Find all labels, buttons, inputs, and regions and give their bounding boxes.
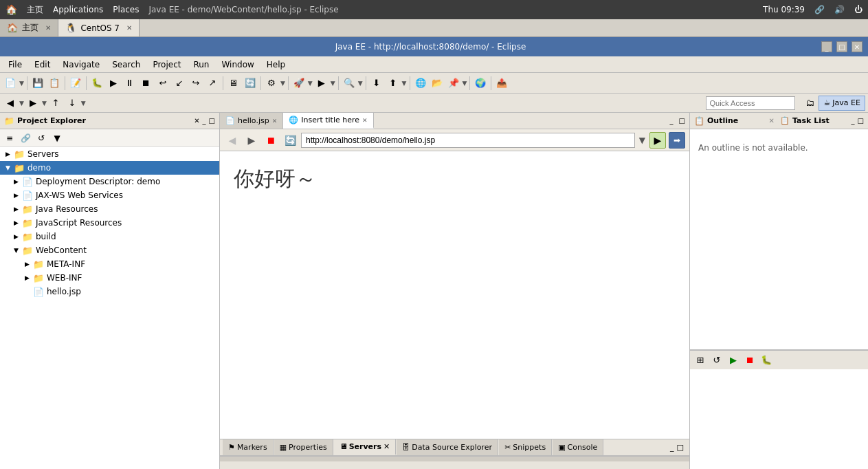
menu-help[interactable]: Help [261,58,291,71]
search-dropdown[interactable]: ▼ [358,80,363,87]
tree-java-resources[interactable]: ▶ 📁 Java Resources [0,202,219,216]
tab-console[interactable]: ▣ Console [553,439,603,455]
tree-hello-jsp[interactable]: 📄 hello.jsp [0,285,219,298]
hello-tab-close[interactable]: ✕ [272,118,278,124]
stepinto-button[interactable]: ↙ [172,76,187,91]
debug-button[interactable]: 🐛 [89,76,104,91]
pin-button[interactable]: 📌 [446,76,461,91]
annotation-dropdown[interactable]: ▼ [402,80,407,87]
run2-button[interactable]: ▶ [314,76,329,91]
url-dropdown[interactable]: ▼ [638,135,647,145]
collapse-btn[interactable]: ⊞ [693,353,708,368]
publish-button[interactable]: 📤 [494,76,509,91]
tab-servers[interactable]: 🖥 Servers ✕ [334,439,397,455]
menu-run[interactable]: Run [188,58,214,71]
build-button[interactable]: ⚙ [264,76,279,91]
debug-server-btn[interactable]: 🐛 [759,353,774,368]
java-ee-perspective-button[interactable]: ☕ Java EE [819,96,865,111]
forward-dropdown[interactable]: ▼ [42,100,47,107]
insert-tab-close[interactable]: ✕ [362,117,368,124]
tree-jax-ws[interactable]: ▶ 📄 JAX-WS Web Services [0,188,219,202]
apps-label[interactable]: Applications [53,5,103,14]
power-icon[interactable]: ⏻ [854,5,863,14]
tab-properties[interactable]: ▦ Properties [274,439,333,455]
stepover-button[interactable]: ↪ [188,76,203,91]
outline-min-btn[interactable]: _ [852,117,855,124]
back-button[interactable]: ◀ [3,96,18,111]
prev-annotation-button[interactable]: ⬆ [386,76,401,91]
sync-explorer-button[interactable]: ↺ [34,131,48,145]
open-browser-button[interactable]: 🌐 [413,76,428,91]
menu-edit[interactable]: Edit [29,58,56,71]
project-explorer-min-icon[interactable]: _ [203,117,206,124]
minimize-editor-button[interactable]: _ [669,117,675,124]
collapse-all-button[interactable]: ≡ [3,131,16,145]
tree-deployment-descriptor[interactable]: ▶ 📄 Deployment Descriptor: demo [0,175,219,188]
up-button[interactable]: ↑ [48,96,63,111]
stepreturn-button[interactable]: ↗ [205,76,220,91]
search-button[interactable]: 🔍 [342,76,357,91]
menu-navigate[interactable]: Navigate [57,58,105,71]
outline-max-btn[interactable]: □ [858,117,864,124]
home-label[interactable]: 主页 [27,4,43,16]
tab-snippets[interactable]: ✂ Snippets [499,439,552,455]
new-button[interactable]: 📄 [3,76,18,91]
open-perspective-button[interactable]: 🗂 [802,96,817,111]
url-input[interactable] [301,133,635,148]
maximize-editor-button[interactable]: □ [678,117,687,124]
tree-meta-inf[interactable]: ▶ 📁 META-INF [0,257,219,271]
step-button[interactable]: ↩ [155,76,170,91]
web-button[interactable]: 🌍 [473,76,488,91]
browser-back-button[interactable]: ◀ [224,132,241,149]
tab-datasource[interactable]: 🗄 Data Source Explorer [397,439,498,455]
menu-file[interactable]: File [3,58,27,71]
refresh-btn[interactable]: ↺ [709,353,724,368]
close-button[interactable]: ✕ [852,41,863,52]
save-button[interactable]: 💾 [30,76,45,91]
minimize-button[interactable]: _ [821,41,832,52]
browser-tab-centos[interactable]: 🐧 CentOS 7 ✕ [58,19,140,36]
quick-access-input[interactable] [706,96,795,110]
menu-search[interactable]: Search [107,58,146,71]
sync-button[interactable]: 🔄 [243,76,258,91]
down-button[interactable]: ↓ [65,96,80,111]
browser-forward-button[interactable]: ▶ [243,132,260,149]
link-with-editor-button[interactable]: 🔗 [19,131,32,145]
servers-button[interactable]: 🖥 [226,76,241,91]
run-button[interactable]: ▶ [106,76,121,91]
browser-refresh-button[interactable]: 🔄 [282,132,298,149]
tree-web-inf[interactable]: ▶ 📁 WEB-INF [0,271,219,285]
project-explorer-max-icon[interactable]: □ [209,117,215,124]
next-annotation-button[interactable]: ⬇ [369,76,384,91]
editor-tab-hello-jsp[interactable]: 📄 hello.jsp ✕ [220,113,283,129]
stop-button[interactable]: ⏹ [139,76,154,91]
open-server-button[interactable]: 📂 [430,76,445,91]
home-tab-close[interactable]: ✕ [45,24,51,32]
pause-button[interactable]: ⏸ [122,76,137,91]
tree-demo[interactable]: ▼ 📁 demo [0,161,219,175]
browser-tab-home[interactable]: 🏠 主页 ✕ [0,19,58,36]
maximize-button[interactable]: □ [836,41,847,52]
servers-tab-close[interactable]: ✕ [383,442,390,451]
stop-server-btn[interactable]: ⏹ [742,353,757,368]
run2-dropdown[interactable]: ▼ [331,80,335,87]
nav-dropdown[interactable]: ▼ [81,100,86,107]
browser-nav-forward-button[interactable]: ➡ [669,132,685,149]
view-menu-button[interactable]: ▼ [50,131,64,145]
editor-button[interactable]: 📝 [68,76,83,91]
centos-tab-close[interactable]: ✕ [126,24,132,32]
new-dropdown[interactable]: ▼ [19,80,24,87]
save-all-button[interactable]: 📋 [47,76,62,91]
tab-markers[interactable]: ⚑ Markers [223,439,274,455]
tree-js-resources[interactable]: ▶ 📁 JavaScript Resources [0,216,219,230]
tree-servers[interactable]: ▶ 📁 Servers [0,147,219,161]
places-label[interactable]: Places [113,5,139,14]
launch-dropdown[interactable]: ▼ [308,80,313,87]
pin-dropdown[interactable]: ▼ [463,80,467,87]
run-server-btn[interactable]: ▶ [726,353,741,368]
tree-build[interactable]: ▶ 📁 build [0,230,219,243]
tree-webcontent[interactable]: ▼ 📁 WebContent [0,243,219,257]
editor-tab-insert-title[interactable]: 🌐 Insert title here ✕ [283,113,373,129]
launch-button[interactable]: 🚀 [291,76,307,91]
browser-go-button[interactable]: ▶ [649,132,666,149]
